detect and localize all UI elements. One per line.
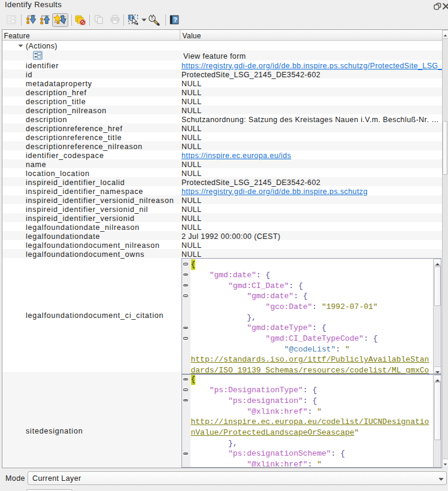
svg-text:?: ?: [173, 16, 177, 23]
